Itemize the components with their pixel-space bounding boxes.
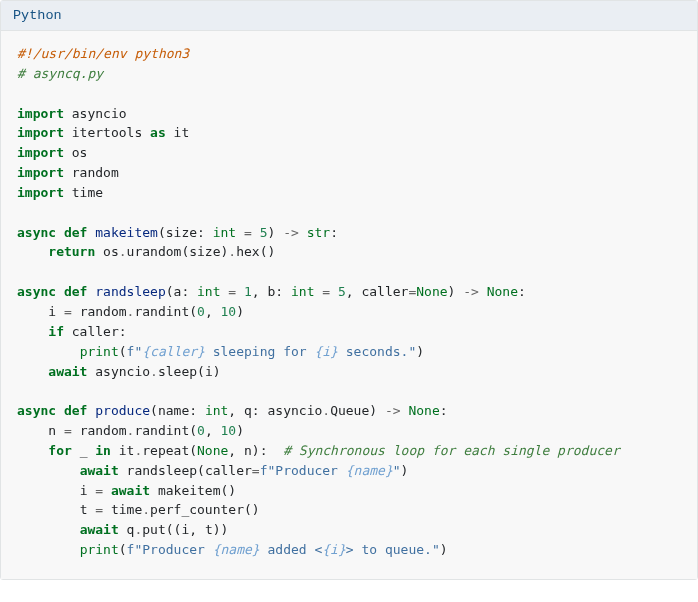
code-body: #!/usr/bin/env python3 # asyncq.py impor… [1, 31, 697, 579]
code-content: #!/usr/bin/env python3 # asyncq.py impor… [17, 46, 620, 557]
code-language-header: Python [1, 1, 697, 31]
code-language-label: Python [13, 8, 62, 23]
code-block: Python #!/usr/bin/env python3 # asyncq.p… [0, 0, 698, 580]
